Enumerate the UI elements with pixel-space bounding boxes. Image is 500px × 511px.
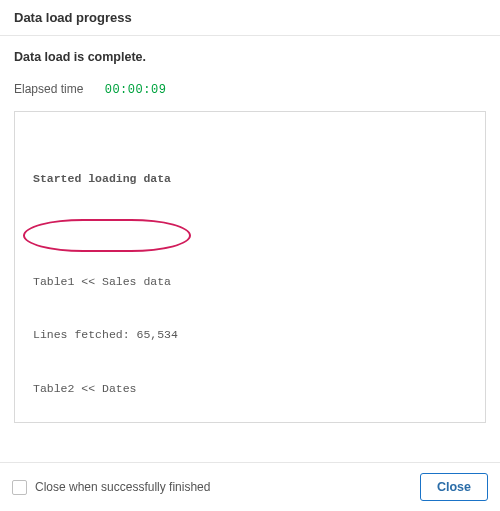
log-line: Table2 << Dates xyxy=(33,380,467,398)
log-line: Lines fetched: 65,534 xyxy=(33,326,467,344)
log-line: Table1 << Sales data xyxy=(33,273,467,291)
log-heading-started: Started loading data xyxy=(33,170,467,188)
close-button[interactable]: Close xyxy=(420,473,488,501)
elapsed-time-row: Elapsed time 00:00:09 xyxy=(14,82,486,97)
log-panel: Started loading data Table1 << Sales dat… xyxy=(14,111,486,423)
dialog-titlebar: Data load progress xyxy=(0,0,500,36)
elapsed-time-label: Elapsed time xyxy=(14,82,83,96)
dialog-footer: Close when successfully finished Close xyxy=(0,462,500,511)
status-message: Data load is complete. xyxy=(14,50,486,64)
dialog-content: Data load is complete. Elapsed time 00:0… xyxy=(0,36,500,429)
close-when-finished-option[interactable]: Close when successfully finished xyxy=(12,480,210,495)
checkbox-icon[interactable] xyxy=(12,480,27,495)
dialog-title: Data load progress xyxy=(14,10,486,25)
close-when-finished-label: Close when successfully finished xyxy=(35,480,210,494)
elapsed-time-value: 00:00:09 xyxy=(105,83,167,97)
